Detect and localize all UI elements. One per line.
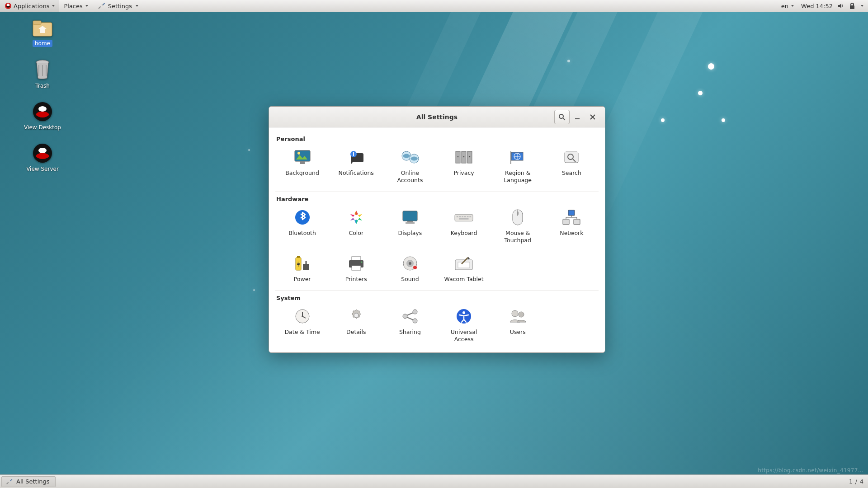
settings-item-online-accounts[interactable]: Online Accounts (383, 145, 437, 186)
desktop-icons: home Trash View Desktop View Server (15, 18, 70, 173)
svg-point-2 (101, 4, 103, 5)
svg-point-14 (297, 152, 300, 155)
top-panel: Applications Places Settings en Wed 14:5… (0, 0, 868, 12)
svg-point-8 (38, 106, 47, 112)
clock-label[interactable]: Wed 14:52 (801, 3, 833, 9)
settings-item-universal-access[interactable]: Universal Access (437, 304, 491, 345)
chevron-down-icon (791, 5, 794, 7)
svg-point-64 (354, 313, 359, 318)
chevron-down-icon (85, 5, 88, 7)
settings-item-label: Keyboard (451, 230, 477, 237)
settings-item-color[interactable]: Color (329, 205, 383, 246)
svg-point-55 (361, 261, 362, 263)
settings-item-label: Notifications (339, 169, 374, 177)
wacom-icon (454, 256, 473, 271)
settings-item-date-time[interactable]: Date & Time (275, 304, 329, 345)
svg-rect-52 (352, 257, 361, 260)
applications-menu[interactable]: Applications (0, 0, 59, 12)
svg-point-58 (409, 262, 411, 265)
settings-item-label: Region & Language (495, 169, 540, 183)
settings-item-sound[interactable]: Sound (383, 251, 437, 286)
settings-item-background[interactable]: Background (275, 145, 329, 186)
svg-rect-30 (565, 152, 578, 163)
settings-item-notifications[interactable]: i Notifications (329, 145, 383, 186)
svg-rect-41 (467, 216, 469, 217)
settings-item-keyboard[interactable]: Keyboard (437, 205, 491, 246)
pager-current[interactable]: 1 (849, 478, 853, 485)
svg-point-10 (38, 148, 47, 153)
settings-item-label: Mouse & Touchpad (495, 230, 540, 244)
svg-point-69 (462, 311, 465, 314)
settings-item-printers[interactable]: Printers (329, 251, 383, 286)
settings-item-label: Background (285, 169, 319, 177)
places-menu[interactable]: Places (59, 0, 92, 12)
settings-item-mouse-touchpad[interactable]: Mouse & Touchpad (491, 205, 545, 246)
settings-item-power[interactable]: Power (275, 251, 329, 286)
svg-point-70 (512, 310, 518, 317)
window-title: All Settings (269, 113, 605, 121)
places-menu-label: Places (64, 3, 82, 9)
svg-rect-48 (574, 219, 580, 225)
settings-item-label: Sound (401, 276, 419, 283)
printers-icon (347, 256, 365, 271)
bottom-panel: All Settings 1 / 4 (0, 474, 868, 488)
svg-point-25 (463, 156, 465, 158)
settings-item-wacom[interactable]: Wacom Tablet (437, 251, 491, 286)
settings-item-sharing[interactable]: Sharing (383, 304, 437, 345)
chevron-down-icon[interactable] (861, 5, 863, 7)
svg-rect-3 (850, 5, 854, 9)
redhat-icon (32, 101, 53, 122)
desktop-icon-view-desktop[interactable]: View Desktop (15, 101, 70, 131)
section-title-hardware: Hardware (276, 196, 599, 202)
window-titlebar[interactable]: All Settings (269, 107, 605, 127)
taskbar-entry-all-settings[interactable]: All Settings (1, 476, 56, 487)
section-personal: Background i Notifications Online Accoun… (275, 145, 599, 186)
desktop-icon-trash[interactable]: Trash (15, 59, 70, 89)
svg-rect-35 (406, 222, 415, 224)
svg-rect-33 (403, 211, 417, 221)
lock-icon[interactable] (849, 2, 855, 9)
active-app-label: Settings (108, 3, 132, 9)
settings-item-region-language[interactable]: Region & Language (491, 145, 545, 186)
settings-item-users[interactable]: Users (491, 304, 545, 345)
svg-rect-40 (464, 216, 466, 217)
desktop-icon-home[interactable]: home (15, 18, 70, 47)
details-icon (348, 308, 364, 324)
pager-total[interactable]: 4 (860, 478, 863, 485)
displays-icon (401, 210, 419, 225)
settings-item-privacy[interactable]: Privacy (437, 145, 491, 186)
desktop-background: Applications Places Settings en Wed 14:5… (0, 0, 868, 488)
folder-home-icon (32, 18, 53, 38)
redhat-icon (32, 143, 53, 164)
svg-rect-36 (455, 215, 473, 221)
desktop-icon-label: View Desktop (22, 124, 63, 131)
distro-logo-icon (5, 2, 12, 9)
volume-icon[interactable] (837, 2, 844, 9)
online-accounts-icon (401, 150, 420, 165)
input-source-indicator[interactable]: en (778, 3, 797, 9)
svg-rect-54 (352, 266, 361, 270)
settings-item-displays[interactable]: Displays (383, 205, 437, 246)
section-system: Date & Time Details Sharing Universal Ac… (275, 304, 599, 345)
search-settings-icon (562, 150, 580, 165)
desktop-icon-view-server[interactable]: View Server (15, 143, 70, 173)
input-source-label: en (781, 3, 788, 9)
settings-item-details[interactable]: Details (329, 304, 383, 345)
mouse-icon (511, 209, 524, 226)
chevron-down-icon (136, 5, 138, 7)
svg-rect-34 (407, 221, 413, 222)
settings-item-bluetooth[interactable]: Bluetooth (275, 205, 329, 246)
settings-item-network[interactable]: Network (545, 205, 599, 246)
svg-rect-42 (469, 216, 471, 217)
keyboard-icon (454, 211, 473, 223)
svg-point-24 (458, 156, 459, 158)
svg-rect-46 (568, 210, 575, 216)
active-app-menu[interactable]: Settings (93, 2, 143, 10)
settings-item-label: Network (560, 230, 583, 237)
settings-item-label: Wacom Tablet (444, 276, 484, 283)
settings-item-search[interactable]: Search (545, 145, 599, 186)
svg-rect-61 (458, 262, 470, 268)
svg-point-59 (413, 266, 417, 269)
svg-rect-29 (510, 151, 511, 164)
settings-item-label: Search (562, 169, 581, 177)
